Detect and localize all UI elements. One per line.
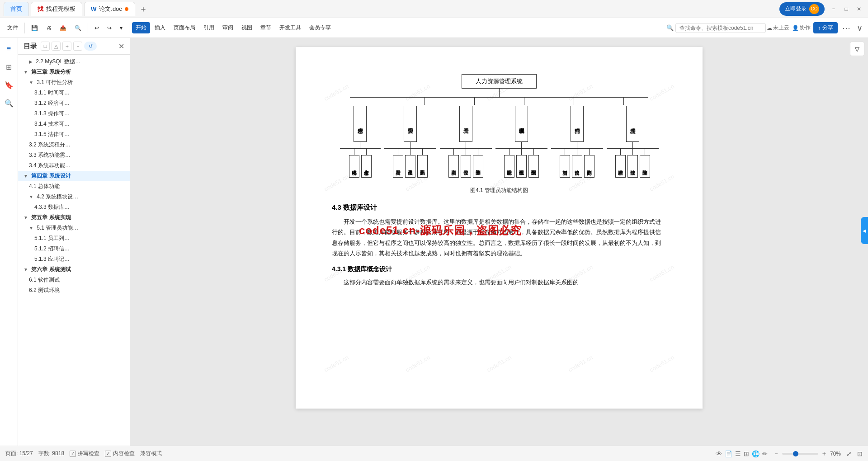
tab-wps-template[interactable]: 找 找程壳模板: [31, 2, 82, 16]
view-page-icon[interactable]: 📄: [725, 450, 732, 457]
toc-add[interactable]: ＋: [62, 42, 71, 51]
new-tab-button[interactable]: ＋: [137, 3, 150, 15]
toolbar-save[interactable]: 💾: [28, 23, 42, 33]
close-button[interactable]: ✕: [854, 4, 864, 14]
org-col-personal: 个人信息管理 修改密码 个人信息修改: [340, 106, 381, 178]
status-page: 页面: 15/27: [5, 450, 33, 457]
sidebar-close-button[interactable]: ✕: [118, 42, 124, 51]
org-root: 人力资源管理系统: [462, 74, 537, 89]
zoom-slider[interactable]: [782, 453, 818, 455]
toolbar-member[interactable]: 会员专享: [306, 22, 335, 33]
toolbar-find[interactable]: 🔍: [71, 23, 85, 33]
toc-item-62[interactable]: 6.2 测试环境: [18, 285, 130, 296]
right-panel-handle[interactable]: ◀: [861, 217, 868, 244]
toc-item-512[interactable]: 5.1.2 招聘信…: [18, 244, 130, 254]
toolbar-expand-button[interactable]: ∨: [855, 23, 864, 33]
toc-item-315[interactable]: 3.1.5 法律可…: [18, 129, 130, 140]
toolbar-dev[interactable]: 开发工具: [276, 22, 305, 33]
toc-collapse-all[interactable]: □: [41, 42, 50, 51]
zoom-level: 70%: [830, 451, 841, 457]
toolbar-view[interactable]: 视图: [238, 22, 256, 33]
toolbar-more-redo[interactable]: ▾: [116, 23, 126, 33]
toc-item-511-label: 5.1.1 员工列…: [34, 235, 70, 241]
toolbar-redo[interactable]: ↪: [104, 23, 115, 33]
toc-item-513[interactable]: 5.1.3 应聘记…: [18, 254, 130, 264]
toc-item-41[interactable]: 4.1 总体功能: [18, 181, 130, 192]
minimize-button[interactable]: －: [828, 4, 839, 14]
doc-page: code51.cn code51.cn code51.cn code51.cn …: [296, 47, 703, 409]
toc-item-433[interactable]: 4.3.3 数据库…: [18, 202, 130, 212]
toc-item-22[interactable]: ▶ 2.2 MySQL 数据…: [18, 56, 130, 67]
tab-home[interactable]: 首页: [4, 2, 29, 16]
toolbar-more-button[interactable]: ⋯: [840, 23, 852, 33]
toc-item-313-label: 3.1.3 操作可…: [34, 110, 70, 117]
toc-item-61-label: 6.1 软件测试: [29, 277, 60, 283]
left-strip-bookmark[interactable]: 🔖: [2, 78, 16, 92]
login-button[interactable]: 立即登录 CO: [779, 2, 825, 16]
fullscreen-button[interactable]: ⤢: [846, 450, 852, 457]
toolbar-export[interactable]: 📤: [56, 23, 70, 33]
toc-item-32[interactable]: 3.2 系统流程分…: [18, 140, 130, 150]
spell-check-checkbox[interactable]: ✓: [70, 451, 76, 457]
toc-item-31[interactable]: ▼ 3.1 可行性分析: [18, 77, 130, 88]
toc-item-311[interactable]: 3.1.1 时间可…: [18, 88, 130, 98]
zoom-in-button[interactable]: ＋: [821, 450, 827, 458]
toc-item-ch6[interactable]: ▼ 第六章 系统测试: [18, 264, 130, 275]
org-sub-dept: 部门新增 部门修改 部门删除: [560, 149, 594, 178]
toc-item-313[interactable]: 3.1.3 操作可…: [18, 108, 130, 119]
left-strip-search[interactable]: 🔍: [2, 96, 16, 110]
fit-button[interactable]: ⊡: [857, 450, 863, 457]
toc-remove[interactable]: －: [73, 42, 82, 51]
share-button[interactable]: ↑ 分享: [813, 22, 838, 33]
zoom-out-button[interactable]: －: [773, 450, 779, 458]
left-strip-pages[interactable]: ⊞: [2, 60, 16, 74]
toc-item-314[interactable]: 3.1.4 技术可…: [18, 119, 130, 129]
cloud-button[interactable]: ☁ 未上云: [767, 24, 789, 32]
org-node-dispatch: 人事调配管理: [515, 106, 528, 142]
toc-item-511[interactable]: 5.1.1 员工列…: [18, 233, 130, 244]
toc-item-34[interactable]: 3.4 系统非功能…: [18, 160, 130, 171]
sep2: [88, 23, 88, 33]
content-check[interactable]: ✓ 内容检查: [105, 450, 135, 457]
toc-item-51[interactable]: ▼ 5.1 管理员功能…: [18, 223, 130, 233]
collab-button[interactable]: 👤 协作: [792, 24, 811, 32]
toc-item-61[interactable]: 6.1 软件测试: [18, 275, 130, 285]
toc-item-ch3[interactable]: ▼ 第三章 系统分析: [18, 67, 130, 77]
search-input[interactable]: [675, 23, 766, 33]
toc-refresh[interactable]: ↺: [84, 42, 97, 51]
toc-item-42[interactable]: ▼ 4.2 系统模块设…: [18, 192, 130, 202]
toc-item-51-label: 5.1 管理员功能…: [37, 225, 78, 231]
toolbar-print[interactable]: 🖨: [42, 23, 55, 33]
toolbar-layout[interactable]: 页面布局: [170, 22, 199, 33]
left-strip-toc[interactable]: ≡: [2, 42, 16, 56]
toolbar-sep1: [24, 23, 25, 33]
toc-item-314-label: 3.1.4 技术可…: [34, 121, 70, 127]
org-sub-employee: 员工新增 员工修改 员工删除: [393, 149, 428, 178]
content-check-checkbox[interactable]: ✓: [105, 451, 111, 457]
toolbar-start[interactable]: 开始: [132, 22, 150, 33]
view-read-icon[interactable]: 👁: [716, 450, 722, 457]
doc-area[interactable]: ▽ code51.cn code51.cn code51.cn code51.c…: [130, 38, 868, 446]
toc-item-ch4-label: 第四章 系统设计: [31, 173, 71, 179]
toolbar-file[interactable]: 文件: [4, 22, 22, 33]
view-box-icon[interactable]: ⊞: [744, 450, 749, 457]
toc-item-33[interactable]: 3.3 系统功能需…: [18, 150, 130, 160]
filter-button[interactable]: ▽: [850, 42, 864, 56]
view-edit-icon[interactable]: ✏: [762, 450, 768, 457]
view-web-icon[interactable]: 🌐: [752, 450, 760, 457]
spell-check[interactable]: ✓ 拼写检查: [70, 450, 99, 457]
toc-expand-up[interactable]: △: [52, 42, 61, 51]
toolbar-review[interactable]: 审阅: [219, 22, 237, 33]
toc-item-ch6-label: 第六章 系统测试: [31, 266, 71, 273]
maximize-button[interactable]: □: [841, 4, 852, 14]
toc-item-312[interactable]: 3.1.2 经济可…: [18, 98, 130, 108]
org-node-employee: 员工管理: [404, 106, 417, 142]
tab-doc[interactable]: W 论文.doc: [84, 2, 135, 16]
toolbar-chapter[interactable]: 章节: [257, 22, 275, 33]
toolbar-undo[interactable]: ↩: [91, 23, 103, 33]
toc-item-ch5[interactable]: ▼ 第五章 系统实现: [18, 212, 130, 223]
view-lines-icon[interactable]: ☰: [735, 450, 741, 457]
toolbar-reference[interactable]: 引用: [200, 22, 218, 33]
toc-item-ch4[interactable]: ▼ 第四章 系统设计: [18, 171, 130, 181]
toolbar-insert[interactable]: 插入: [151, 22, 169, 33]
